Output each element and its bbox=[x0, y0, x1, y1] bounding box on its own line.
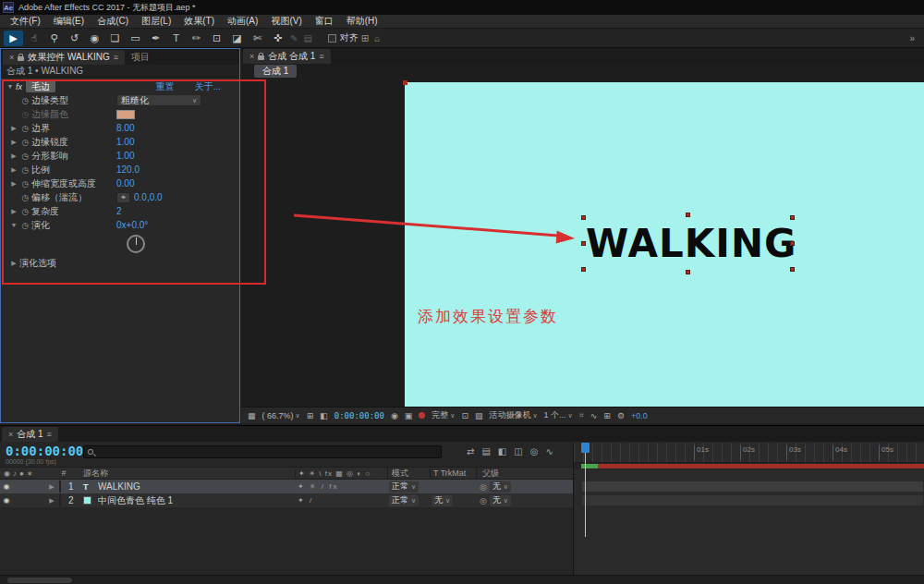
roto-brush-tool-icon[interactable]: ✄ bbox=[248, 30, 267, 46]
selection-handle[interactable] bbox=[581, 241, 586, 246]
parent-dropdown[interactable]: 无 ∨ bbox=[490, 495, 511, 506]
prop-value[interactable]: 2 bbox=[116, 206, 122, 216]
region-of-interest-icon[interactable]: ⊡ bbox=[461, 411, 468, 420]
prop-value[interactable]: 0.00 bbox=[116, 178, 134, 189]
twirl-closed-icon[interactable]: ▶ bbox=[8, 125, 19, 132]
pan-behind-tool-icon[interactable]: ❏ bbox=[105, 30, 125, 46]
clone-stamp-tool-icon[interactable]: ⊡ bbox=[207, 30, 226, 46]
pickwhip-icon[interactable]: ◎ bbox=[480, 482, 487, 492]
pickwhip-icon[interactable]: ◎ bbox=[480, 496, 487, 505]
shape-tool-icon[interactable]: ▭ bbox=[126, 30, 145, 46]
column-trkmat[interactable]: T TrkMat bbox=[430, 468, 476, 478]
type-tool-icon[interactable]: T bbox=[166, 30, 186, 46]
tab-composition[interactable]: × 合成 合成 1 ≡ bbox=[243, 49, 331, 64]
layer-switches-icons[interactable]: ✦ / bbox=[295, 496, 387, 505]
fx-badge-icon[interactable]: fx bbox=[16, 82, 22, 91]
layer-duration-bar[interactable] bbox=[581, 494, 924, 506]
current-time-display[interactable]: 0:00:00:00 bbox=[6, 444, 83, 458]
stopwatch-icon[interactable]: ◷ bbox=[19, 221, 31, 230]
camera-dropdown[interactable]: 活动摄像机 ∨ bbox=[489, 409, 537, 421]
stopwatch-icon[interactable]: ◷ bbox=[19, 152, 31, 161]
preview-timecode[interactable]: 0:00:00:00 bbox=[334, 411, 384, 420]
comp-viewer[interactable]: WALKING 添加效果设置参数 bbox=[241, 79, 924, 407]
menu-item[interactable]: 动画(A) bbox=[221, 15, 264, 28]
prop-value[interactable]: 0.0,0.0 bbox=[134, 192, 163, 202]
twirl-closed-icon[interactable]: ▶ bbox=[8, 180, 19, 188]
magnification-dropdown[interactable]: ( 66.7%) ∨ bbox=[262, 411, 300, 420]
crosshair-icon[interactable]: ⌖ bbox=[116, 192, 130, 203]
eraser-tool-icon[interactable]: ◪ bbox=[227, 30, 247, 46]
time-ruler[interactable]: 01s02s03s04s05s06s bbox=[574, 443, 924, 463]
selection-handle[interactable] bbox=[790, 241, 795, 246]
evolution-dial[interactable] bbox=[127, 235, 145, 253]
view-layout-dropdown[interactable]: 1 个... ∨ bbox=[544, 409, 573, 421]
twirl-open-icon[interactable]: ▼ bbox=[5, 83, 16, 90]
stopwatch-icon[interactable]: ◷ bbox=[19, 124, 31, 133]
layer-name[interactable]: 中间色青色 纯色 1 bbox=[98, 494, 295, 507]
home-icon[interactable]: ⌂ bbox=[374, 33, 380, 43]
scrollbar-handle[interactable] bbox=[7, 578, 72, 583]
effect-name[interactable]: 毛边 bbox=[26, 80, 55, 92]
mask-visibility-icon[interactable]: ◧ bbox=[320, 411, 328, 420]
mode-dropdown[interactable]: 正常 ∨ bbox=[389, 495, 419, 506]
puppet-pin-tool-icon[interactable]: ✜ bbox=[268, 30, 287, 46]
eye-icon[interactable]: ◉ bbox=[0, 496, 13, 505]
mask-options-icon[interactable]: ⊞ bbox=[361, 33, 369, 43]
graph-editor-icon[interactable]: ∿ bbox=[545, 446, 553, 456]
transparency-grid-icon[interactable]: ▨ bbox=[475, 411, 483, 420]
menu-item[interactable]: 帮助(H) bbox=[340, 15, 384, 28]
timeline-scrollbar[interactable] bbox=[0, 575, 924, 584]
panel-menu-icon[interactable]: ≡ bbox=[319, 52, 323, 61]
twirl-closed-icon[interactable]: ▶ bbox=[8, 152, 19, 160]
about-link[interactable]: 关于... bbox=[195, 80, 221, 93]
panel-menu-icon[interactable]: ≡ bbox=[47, 430, 52, 439]
selection-handle[interactable] bbox=[790, 215, 795, 220]
twirl-closed-icon[interactable]: ▶ bbox=[8, 166, 19, 174]
tab-effect-controls[interactable]: × 效果控件 WALKING ≡ bbox=[3, 50, 125, 65]
zoom-tool-icon[interactable]: ⚲ bbox=[44, 30, 64, 46]
twirl-closed-icon[interactable]: ▶ bbox=[8, 139, 19, 146]
prop-value[interactable]: 1.00 bbox=[116, 137, 134, 147]
twirl-closed-icon[interactable]: ▶ bbox=[8, 208, 19, 215]
motion-blur-icon[interactable]: ◎ bbox=[530, 446, 539, 456]
close-icon[interactable]: × bbox=[9, 53, 14, 62]
selection-handle[interactable] bbox=[686, 213, 690, 217]
menu-item[interactable]: 窗口 bbox=[309, 15, 340, 28]
selection-handle[interactable] bbox=[581, 215, 586, 220]
stopwatch-icon[interactable]: ◷ bbox=[19, 207, 31, 216]
rotation-tool-icon[interactable]: ↺ bbox=[65, 30, 84, 46]
layer-name[interactable]: WALKING bbox=[98, 481, 295, 492]
draft-3d-icon[interactable]: ▤ bbox=[481, 446, 490, 456]
layer-row-walking[interactable]: ◉ ▶ 1 T WALKING ✦ ✳ / fx 正常 ∨ ◎ 无 ∨ bbox=[0, 480, 573, 493]
comp-corner-handle[interactable] bbox=[403, 80, 407, 85]
selection-handle[interactable] bbox=[581, 267, 586, 272]
channel-icon[interactable] bbox=[419, 412, 425, 419]
reset-link[interactable]: 重置 bbox=[156, 80, 175, 93]
comp-chip[interactable]: 合成 1 bbox=[254, 65, 297, 78]
prop-value[interactable]: 8.00 bbox=[116, 123, 134, 133]
search-input[interactable] bbox=[97, 446, 437, 457]
prop-value[interactable]: 0x+0.0° bbox=[116, 220, 148, 230]
color-swatch[interactable] bbox=[116, 110, 135, 119]
frame-blending-icon[interactable]: ◫ bbox=[514, 446, 522, 456]
fast-preview-icon[interactable]: ∿ bbox=[590, 411, 598, 420]
snap-checkbox[interactable] bbox=[328, 34, 336, 43]
playhead-handle[interactable] bbox=[581, 443, 590, 453]
layer-row-solid[interactable]: ◉ ▶ 2 中间色青色 纯色 1 ✦ / 正常 ∨ 无 ∨ ◎ 无 ∨ bbox=[0, 493, 573, 507]
resolution-dropdown[interactable]: 完整 ∨ bbox=[432, 409, 455, 421]
label-color-chip[interactable] bbox=[59, 494, 61, 506]
close-icon[interactable]: × bbox=[8, 430, 13, 439]
camera-tool-icon[interactable]: ◉ bbox=[85, 30, 104, 46]
twirl-open-icon[interactable]: ▼ bbox=[8, 222, 19, 228]
column-parent[interactable]: 父级 bbox=[476, 468, 573, 480]
menu-item[interactable]: 图层(L) bbox=[135, 15, 177, 28]
edge-type-dropdown[interactable]: 粗糙化 ∨ bbox=[116, 94, 201, 106]
prop-value[interactable]: 120.0 bbox=[116, 164, 140, 175]
twirl-closed-icon[interactable]: ▶ bbox=[44, 483, 59, 491]
stopwatch-icon[interactable]: ◷ bbox=[19, 165, 31, 175]
text-layer-walking[interactable]: WALKING bbox=[586, 217, 793, 271]
menu-item[interactable]: 视图(V) bbox=[264, 15, 308, 28]
panel-menu-icon[interactable]: ≡ bbox=[114, 53, 118, 62]
snapshot-icon[interactable]: ◉ bbox=[391, 411, 398, 420]
tab-project[interactable]: 项目 bbox=[125, 50, 156, 65]
